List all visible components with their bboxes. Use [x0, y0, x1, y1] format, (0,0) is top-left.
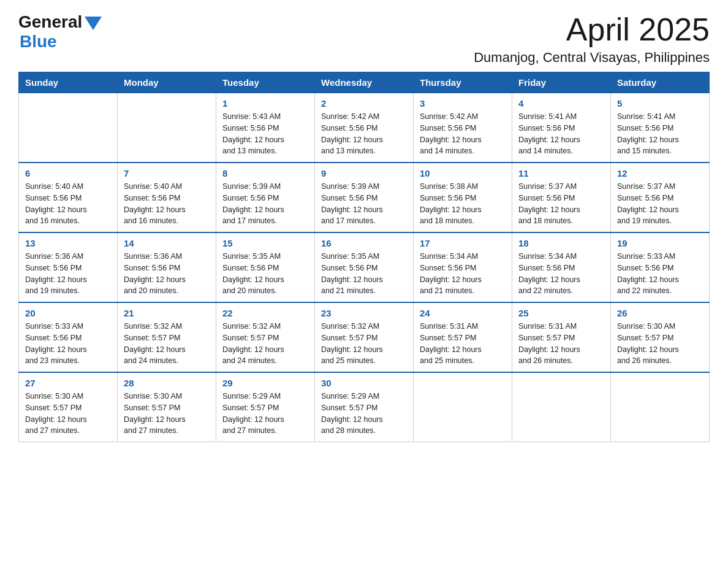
day-info: Sunrise: 5:29 AMSunset: 5:57 PMDaylight:… [222, 391, 308, 437]
calendar-cell: 25Sunrise: 5:31 AMSunset: 5:57 PMDayligh… [512, 302, 611, 372]
calendar-cell [19, 93, 118, 163]
day-number: 25 [518, 308, 604, 318]
day-info: Sunrise: 5:36 AMSunset: 5:56 PMDaylight:… [25, 251, 111, 297]
calendar-cell: 20Sunrise: 5:33 AMSunset: 5:56 PMDayligh… [19, 302, 118, 372]
col-header-friday: Friday [512, 72, 611, 93]
calendar-week-row: 6Sunrise: 5:40 AMSunset: 5:56 PMDaylight… [19, 163, 710, 232]
day-info: Sunrise: 5:32 AMSunset: 5:57 PMDaylight:… [321, 321, 407, 367]
calendar-cell: 13Sunrise: 5:36 AMSunset: 5:56 PMDayligh… [19, 232, 118, 302]
calendar-cell: 14Sunrise: 5:36 AMSunset: 5:56 PMDayligh… [118, 232, 216, 302]
logo: General Blue [18, 12, 102, 52]
day-number: 17 [420, 238, 506, 248]
col-header-monday: Monday [118, 72, 216, 93]
logo-general-text: General [18, 12, 82, 32]
day-number: 6 [25, 168, 111, 178]
calendar-cell: 24Sunrise: 5:31 AMSunset: 5:57 PMDayligh… [414, 302, 512, 372]
day-info: Sunrise: 5:33 AMSunset: 5:56 PMDaylight:… [25, 321, 111, 367]
day-info: Sunrise: 5:41 AMSunset: 5:56 PMDaylight:… [518, 111, 604, 157]
day-info: Sunrise: 5:32 AMSunset: 5:57 PMDaylight:… [222, 321, 308, 367]
day-number: 4 [518, 98, 604, 109]
calendar-cell: 30Sunrise: 5:29 AMSunset: 5:57 PMDayligh… [315, 372, 414, 442]
calendar-cell: 28Sunrise: 5:30 AMSunset: 5:57 PMDayligh… [118, 372, 216, 442]
calendar-cell: 17Sunrise: 5:34 AMSunset: 5:56 PMDayligh… [414, 232, 512, 302]
day-info: Sunrise: 5:35 AMSunset: 5:56 PMDaylight:… [321, 251, 407, 297]
calendar-cell: 10Sunrise: 5:38 AMSunset: 5:56 PMDayligh… [414, 163, 512, 232]
day-info: Sunrise: 5:43 AMSunset: 5:56 PMDaylight:… [222, 111, 308, 157]
calendar-cell [512, 372, 611, 442]
day-number: 24 [420, 308, 506, 318]
day-info: Sunrise: 5:35 AMSunset: 5:56 PMDaylight:… [222, 251, 308, 297]
calendar-cell: 6Sunrise: 5:40 AMSunset: 5:56 PMDaylight… [19, 163, 118, 232]
calendar-week-row: 13Sunrise: 5:36 AMSunset: 5:56 PMDayligh… [19, 232, 710, 302]
day-info: Sunrise: 5:33 AMSunset: 5:56 PMDaylight:… [617, 251, 703, 297]
day-number: 14 [124, 238, 210, 248]
day-number: 29 [222, 378, 308, 388]
calendar-cell: 4Sunrise: 5:41 AMSunset: 5:56 PMDaylight… [512, 93, 611, 163]
day-number: 30 [321, 378, 407, 388]
calendar-cell [611, 372, 710, 442]
day-number: 7 [124, 168, 210, 178]
calendar-cell: 7Sunrise: 5:40 AMSunset: 5:56 PMDaylight… [118, 163, 216, 232]
day-info: Sunrise: 5:36 AMSunset: 5:56 PMDaylight:… [124, 251, 210, 297]
day-info: Sunrise: 5:29 AMSunset: 5:57 PMDaylight:… [321, 391, 407, 437]
day-number: 1 [222, 98, 308, 109]
calendar-week-row: 20Sunrise: 5:33 AMSunset: 5:56 PMDayligh… [19, 302, 710, 372]
page-header: General Blue April 2025 Dumanjog, Centra… [18, 12, 710, 66]
day-info: Sunrise: 5:41 AMSunset: 5:56 PMDaylight:… [617, 111, 703, 157]
calendar-cell: 27Sunrise: 5:30 AMSunset: 5:57 PMDayligh… [19, 372, 118, 442]
col-header-sunday: Sunday [19, 72, 118, 93]
day-number: 10 [420, 168, 506, 178]
calendar-table: SundayMondayTuesdayWednesdayThursdayFrid… [18, 72, 710, 442]
calendar-cell: 15Sunrise: 5:35 AMSunset: 5:56 PMDayligh… [216, 232, 315, 302]
location-title: Dumanjog, Central Visayas, Philippines [474, 50, 710, 66]
day-info: Sunrise: 5:30 AMSunset: 5:57 PMDaylight:… [124, 391, 210, 437]
calendar-cell: 3Sunrise: 5:42 AMSunset: 5:56 PMDaylight… [414, 93, 512, 163]
calendar-week-row: 27Sunrise: 5:30 AMSunset: 5:57 PMDayligh… [19, 372, 710, 442]
calendar-cell: 1Sunrise: 5:43 AMSunset: 5:56 PMDaylight… [216, 93, 315, 163]
col-header-saturday: Saturday [611, 72, 710, 93]
day-number: 23 [321, 308, 407, 318]
day-info: Sunrise: 5:34 AMSunset: 5:56 PMDaylight:… [420, 251, 506, 297]
calendar-cell: 5Sunrise: 5:41 AMSunset: 5:56 PMDaylight… [611, 93, 710, 163]
col-header-thursday: Thursday [414, 72, 512, 93]
calendar-week-row: 1Sunrise: 5:43 AMSunset: 5:56 PMDaylight… [19, 93, 710, 163]
col-header-tuesday: Tuesday [216, 72, 315, 93]
calendar-cell: 8Sunrise: 5:39 AMSunset: 5:56 PMDaylight… [216, 163, 315, 232]
logo-triangle-icon [85, 17, 102, 30]
calendar-cell: 23Sunrise: 5:32 AMSunset: 5:57 PMDayligh… [315, 302, 414, 372]
day-number: 2 [321, 98, 407, 109]
day-number: 22 [222, 308, 308, 318]
calendar-cell: 9Sunrise: 5:39 AMSunset: 5:56 PMDaylight… [315, 163, 414, 232]
day-info: Sunrise: 5:40 AMSunset: 5:56 PMDaylight:… [124, 181, 210, 227]
day-number: 13 [25, 238, 111, 248]
day-info: Sunrise: 5:31 AMSunset: 5:57 PMDaylight:… [420, 321, 506, 367]
day-number: 5 [617, 98, 703, 109]
calendar-header-row: SundayMondayTuesdayWednesdayThursdayFrid… [19, 72, 710, 93]
day-number: 20 [25, 308, 111, 318]
calendar-cell: 11Sunrise: 5:37 AMSunset: 5:56 PMDayligh… [512, 163, 611, 232]
day-info: Sunrise: 5:32 AMSunset: 5:57 PMDaylight:… [124, 321, 210, 367]
day-number: 16 [321, 238, 407, 248]
calendar-cell: 29Sunrise: 5:29 AMSunset: 5:57 PMDayligh… [216, 372, 315, 442]
day-info: Sunrise: 5:38 AMSunset: 5:56 PMDaylight:… [420, 181, 506, 227]
calendar-cell [414, 372, 512, 442]
col-header-wednesday: Wednesday [315, 72, 414, 93]
day-info: Sunrise: 5:39 AMSunset: 5:56 PMDaylight:… [321, 181, 407, 227]
day-info: Sunrise: 5:42 AMSunset: 5:56 PMDaylight:… [321, 111, 407, 157]
month-title: April 2025 [474, 12, 710, 47]
day-number: 28 [124, 378, 210, 388]
day-info: Sunrise: 5:37 AMSunset: 5:56 PMDaylight:… [518, 181, 604, 227]
calendar-cell: 22Sunrise: 5:32 AMSunset: 5:57 PMDayligh… [216, 302, 315, 372]
day-number: 9 [321, 168, 407, 178]
logo-blue-text: Blue [20, 32, 57, 52]
day-number: 12 [617, 168, 703, 178]
day-info: Sunrise: 5:34 AMSunset: 5:56 PMDaylight:… [518, 251, 604, 297]
calendar-cell: 19Sunrise: 5:33 AMSunset: 5:56 PMDayligh… [611, 232, 710, 302]
day-number: 21 [124, 308, 210, 318]
calendar-cell: 12Sunrise: 5:37 AMSunset: 5:56 PMDayligh… [611, 163, 710, 232]
day-info: Sunrise: 5:30 AMSunset: 5:57 PMDaylight:… [25, 391, 111, 437]
day-number: 18 [518, 238, 604, 248]
calendar-cell: 21Sunrise: 5:32 AMSunset: 5:57 PMDayligh… [118, 302, 216, 372]
day-info: Sunrise: 5:39 AMSunset: 5:56 PMDaylight:… [222, 181, 308, 227]
day-number: 26 [617, 308, 703, 318]
